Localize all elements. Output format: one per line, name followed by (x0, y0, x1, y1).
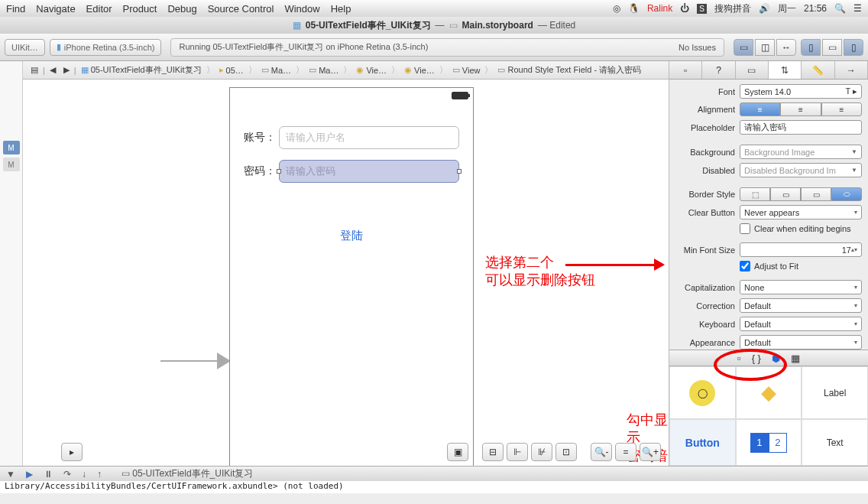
font-field[interactable]: System 14.0T ▸ (740, 84, 862, 99)
password-textfield[interactable]: 请输入密码 (279, 160, 459, 183)
spotlight-icon[interactable]: 🔍 (834, 3, 846, 14)
clear-editing-checkbox[interactable] (740, 223, 750, 234)
library-item-text[interactable]: Text (802, 419, 868, 466)
zoom-in-button[interactable]: 🔍+ (640, 443, 661, 461)
library-item-label[interactable]: Label (802, 366, 868, 419)
pin-button[interactable]: ⊩ (507, 443, 528, 461)
ime-icon[interactable]: S (697, 4, 707, 14)
border-line-button[interactable]: ▭ (770, 187, 801, 201)
bottom-panel-toggle[interactable]: ▭ (822, 39, 842, 56)
border-rounded-button[interactable]: ⬭ (831, 187, 862, 201)
placeholder-field[interactable]: 请输入密码 (740, 120, 862, 135)
border-style-segmented[interactable]: ⬚▭▭⬭ (740, 187, 862, 201)
version-editor-button[interactable]: ↔ (776, 39, 796, 56)
identity-inspector-tab[interactable]: ▭ (736, 61, 769, 79)
crumb-element[interactable]: ▭ Round Style Text Field - 请输入密码 (494, 64, 644, 76)
power-icon[interactable]: ⏻ (680, 3, 689, 14)
ralink-icon[interactable]: Ralink (647, 3, 672, 14)
disabled-field[interactable]: Disabled Background Im▼ (740, 163, 862, 177)
help-inspector-tab[interactable]: ? (702, 61, 735, 79)
appearance-field[interactable]: Default▾ (740, 335, 862, 350)
file-inspector-tab[interactable]: ▫ (669, 61, 702, 79)
crumb-project[interactable]: ▦ 05-UITextField事件_UIKit复习 (78, 64, 205, 76)
clear-button-field[interactable]: Never appears▾ (740, 205, 862, 219)
crumb-scene1[interactable]: ◉ Vie… (353, 65, 390, 75)
eye-icon[interactable]: ◎ (613, 3, 620, 14)
scheme-device[interactable]: ▮iPhone Retina (3.5-inch) (50, 39, 162, 56)
step-out-button[interactable]: ↑ (97, 469, 102, 480)
zoom-actual-button[interactable]: = (615, 443, 636, 461)
menu-source-control[interactable]: Source Control (208, 3, 274, 15)
hide-debug-icon[interactable]: ▼ (6, 469, 15, 480)
penguin-icon[interactable]: 🐧 (628, 3, 640, 14)
crumb-scene2[interactable]: ◉ Vie… (401, 65, 438, 75)
step-over-button[interactable]: ↷ (63, 469, 71, 480)
library-item-segmented[interactable]: 12 (736, 419, 802, 466)
alignment-segmented[interactable]: ≡≡≡ (740, 102, 862, 116)
placeholder-label: Placeholder (675, 123, 735, 132)
library-item-button[interactable]: Button (669, 419, 736, 466)
any-any-button[interactable]: ▣ (447, 443, 468, 461)
background-field[interactable]: Background Image▼ (740, 145, 862, 159)
menu-product[interactable]: Product (123, 3, 157, 15)
menu-icon[interactable]: ☰ (853, 3, 862, 14)
align-button[interactable]: ⊟ (482, 443, 504, 461)
border-none-button[interactable]: ⬚ (740, 187, 770, 201)
jump-bar[interactable]: ▤ | ◀ ▶ | ▦ 05-UITextField事件_UIKit复习〉 ▸ … (23, 61, 669, 80)
zoom-out-button[interactable]: 🔍- (591, 443, 612, 461)
media-library-tab[interactable]: ▦ (791, 353, 800, 364)
assistant-editor-button[interactable]: ◫ (755, 39, 775, 56)
nav-back-icon[interactable]: ◀ (47, 65, 59, 75)
nav-forward-icon[interactable]: ▶ (60, 65, 73, 75)
volume-icon[interactable]: 🔊 (759, 3, 770, 14)
attributes-inspector-tab[interactable]: ⇅ (769, 61, 802, 79)
interface-builder-canvas[interactable]: 账号： 请输入用户名 密码： 请输入密码 登陆 (23, 80, 669, 466)
keyboard-label: Keyboard (675, 320, 735, 329)
align-right-button[interactable]: ≡ (821, 102, 862, 116)
menu-navigate[interactable]: Navigate (36, 3, 75, 15)
menu-editor[interactable]: Editor (86, 3, 112, 15)
username-textfield[interactable]: 请输入用户名 (279, 126, 459, 149)
connections-inspector-tab[interactable]: → (835, 61, 868, 79)
crumb-file2[interactable]: ▭ Ma… (306, 65, 342, 75)
resolve-button[interactable]: ⊮ (531, 443, 552, 461)
outline-toggle-icon[interactable]: ▤ (28, 65, 41, 75)
menu-help[interactable]: Help (331, 3, 351, 15)
font-picker-icon[interactable]: T ▸ (845, 86, 857, 96)
device-statusbar (230, 88, 473, 103)
stepper-icon[interactable]: ▴▾ (851, 246, 857, 253)
expand-dock-button[interactable]: ▸ (61, 443, 83, 461)
resize-handle-left[interactable] (277, 169, 281, 174)
debug-toolbar: ▼ ▶ ⏸ ↷ ↓ ↑ ▭ 05-UITextField事件_UIKit复习 (0, 466, 868, 481)
capitalization-field[interactable]: None▾ (740, 280, 862, 294)
marker-m1[interactable]: M (3, 141, 20, 154)
menu-find[interactable]: Find (6, 3, 25, 15)
battery-icon (452, 92, 468, 99)
pause-button[interactable]: ⏸ (44, 469, 53, 480)
align-center-button[interactable]: ≡ (780, 102, 821, 116)
size-inspector-tab[interactable]: 📏 (802, 61, 834, 79)
adjust-fit-checkbox[interactable] (740, 261, 750, 272)
right-panel-toggle[interactable]: ▯ (844, 39, 863, 56)
menu-window[interactable]: Window (284, 3, 319, 15)
standard-editor-button[interactable]: ▭ (734, 39, 753, 56)
correction-field[interactable]: Default▾ (740, 298, 862, 313)
keyboard-field[interactable]: Default▾ (740, 317, 862, 331)
left-panel-toggle[interactable]: ▯ (801, 39, 821, 56)
resize-handle-right[interactable] (457, 169, 462, 174)
scheme-target[interactable]: UIKit… (5, 39, 45, 56)
border-bezel-button[interactable]: ▭ (801, 187, 831, 201)
crumb-file1[interactable]: ▭ Ma… (258, 65, 294, 75)
continue-button[interactable]: ▶ (26, 469, 33, 480)
step-into-button[interactable]: ↓ (82, 469, 86, 480)
dropdown-icon: ▾ (854, 209, 857, 216)
resize-button[interactable]: ⊡ (555, 443, 577, 461)
crumb-folder[interactable]: ▸ 05… (216, 65, 247, 75)
min-font-field[interactable]: 17▴▾ (740, 242, 862, 257)
clear-editing-label: Clear when editing begins (754, 224, 851, 233)
marker-m2[interactable]: M (3, 158, 20, 171)
crumb-view[interactable]: ▭ View (449, 65, 484, 75)
menu-debug[interactable]: Debug (167, 3, 196, 15)
align-left-button[interactable]: ≡ (740, 102, 780, 116)
login-button[interactable]: 登陆 (244, 229, 459, 243)
